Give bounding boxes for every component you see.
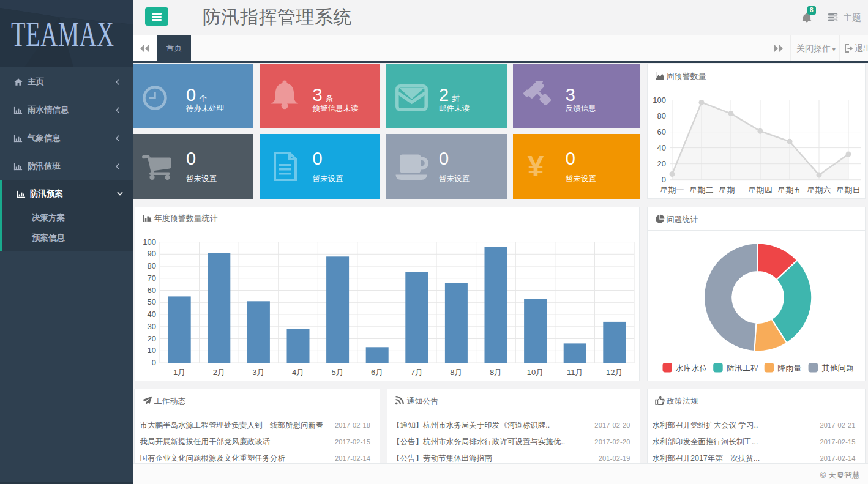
svg-text:80: 80 — [657, 111, 665, 121]
svg-text:星期六: 星期六 — [807, 185, 831, 195]
svg-text:80: 80 — [147, 261, 155, 270]
svg-text:0: 0 — [661, 175, 665, 184]
svg-text:100: 100 — [653, 95, 666, 105]
svg-text:8月: 8月 — [450, 368, 462, 377]
svg-text:6月: 6月 — [371, 368, 383, 377]
svg-text:90: 90 — [147, 249, 155, 258]
svg-text:0: 0 — [151, 358, 155, 367]
svg-text:8月: 8月 — [490, 368, 502, 377]
svg-text:20: 20 — [147, 333, 155, 343]
svg-text:11月: 11月 — [567, 368, 583, 377]
svg-text:星期四: 星期四 — [748, 185, 772, 195]
svg-text:30: 30 — [147, 321, 155, 330]
svg-text:星期一: 星期一 — [660, 185, 684, 195]
svg-text:60: 60 — [657, 127, 665, 136]
svg-text:5月: 5月 — [331, 368, 343, 377]
svg-text:星期日: 星期日 — [836, 185, 860, 195]
svg-text:防汛工程: 防汛工程 — [726, 363, 758, 373]
svg-text:20: 20 — [657, 159, 665, 168]
svg-text:水库水位: 水库水位 — [675, 363, 707, 373]
svg-text:星期二: 星期二 — [689, 185, 713, 195]
svg-text:50: 50 — [147, 297, 155, 307]
svg-text:12月: 12月 — [606, 368, 623, 377]
svg-text:40: 40 — [147, 310, 155, 319]
svg-text:100: 100 — [143, 237, 156, 246]
svg-text:2月: 2月 — [212, 368, 225, 377]
svg-text:1月: 1月 — [173, 368, 185, 377]
svg-text:70: 70 — [147, 273, 155, 282]
svg-text:星期三: 星期三 — [719, 185, 743, 195]
svg-text:3月: 3月 — [252, 368, 264, 377]
svg-text:10月: 10月 — [527, 368, 544, 377]
svg-text:60: 60 — [147, 285, 155, 294]
svg-text:其他问题: 其他问题 — [821, 363, 853, 373]
svg-text:4月: 4月 — [292, 368, 304, 377]
svg-text:7月: 7月 — [410, 368, 422, 377]
svg-text:10: 10 — [147, 346, 155, 355]
svg-text:40: 40 — [657, 143, 665, 152]
svg-text:降雨量: 降雨量 — [777, 363, 801, 373]
svg-text:星期五: 星期五 — [777, 185, 801, 195]
